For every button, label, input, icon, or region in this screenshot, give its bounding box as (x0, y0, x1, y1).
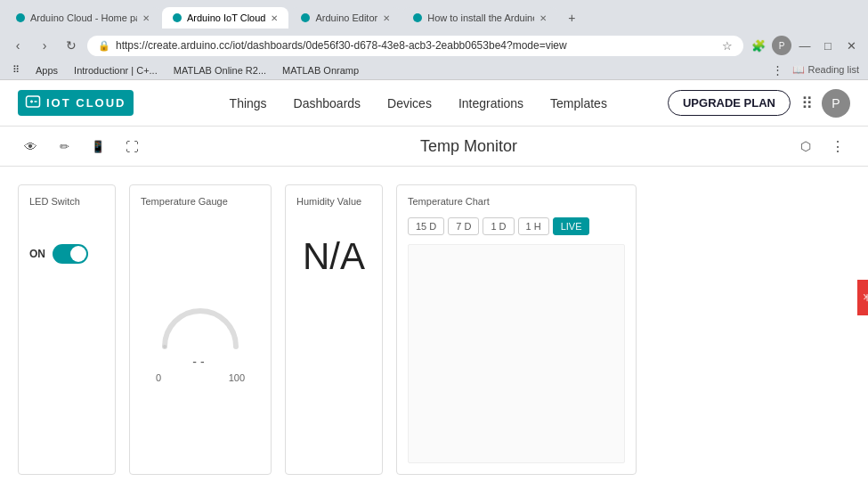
reading-list-icon[interactable]: 📖 Reading list (792, 64, 859, 76)
bookmark-apps[interactable]: Apps (32, 64, 61, 77)
tab-2[interactable]: Arduino IoT Cloud ✕ (162, 7, 288, 29)
mobile-icon[interactable]: 📱 (85, 134, 110, 159)
gauge-minmax-row: 0 100 (156, 372, 245, 383)
chart-btn-live[interactable]: LIVE (553, 217, 590, 235)
humidity-widget-label: Humidity Value (296, 196, 371, 207)
reload-button[interactable]: ↻ (61, 35, 82, 56)
tab-4[interactable]: How to install the Arduino Cre... ✕ (402, 7, 557, 29)
close-window-icon[interactable]: ✕ (841, 36, 861, 55)
upgrade-button[interactable]: UPGRADE PLAN (668, 90, 791, 116)
extensions-icon[interactable]: 🧩 (749, 36, 768, 55)
tab1-title: Arduino Cloud - Home page (30, 12, 137, 23)
new-tab-button[interactable]: + (559, 5, 584, 30)
chart-btn-15d[interactable]: 15 D (408, 217, 444, 235)
tab3-favicon (301, 13, 310, 22)
app-container: IOT CLOUD Things Dashboards Devices Inte… (0, 80, 868, 490)
logo-area: IOT CLOUD (18, 90, 134, 116)
tab3-title: Arduino Editor (315, 12, 377, 23)
humidity-widget: Humidity Value N/A (285, 184, 383, 475)
address-text: https://create.arduino.cc/iot/dashboards… (116, 39, 717, 52)
toggle-label: ON (29, 248, 45, 260)
gauge-area: -- 0 100 (141, 217, 260, 463)
bookmark-1[interactable]: Introductionr | C+... (70, 64, 161, 77)
forward-button[interactable]: › (34, 35, 55, 56)
gauge-svg (156, 298, 245, 351)
tab3-close[interactable]: ✕ (383, 13, 390, 23)
humidity-value-display: N/A (296, 235, 371, 278)
toolbar-title: Temp Monitor (153, 137, 784, 156)
toggle-knob (70, 246, 86, 262)
toolbar-right: ⬡ ⋮ (793, 134, 850, 159)
nav-things[interactable]: Things (230, 96, 267, 110)
bookmarks-bar: ⠿ Apps Introductionr | C+... MATLAB Onli… (0, 61, 868, 80)
toolbar: 👁 ✏ 📱 ⛶ Temp Monitor ⬡ ⋮ (0, 127, 868, 167)
browser-icons: 🧩 P — □ ✕ (749, 36, 861, 55)
tab-1[interactable]: Arduino Cloud - Home page ✕ (5, 7, 160, 29)
temperature-gauge-widget: Temperature Gauge -- 0 100 (129, 184, 272, 475)
dashboard-content: LED Switch ON Temperature Gauge -- (0, 167, 868, 490)
chart-buttons-row: 15 D 7 D 1 D 1 H LIVE (408, 217, 625, 235)
more-icon[interactable]: ⋮ (825, 134, 850, 159)
back-button[interactable]: ‹ (7, 35, 28, 56)
lock-icon: 🔒 (98, 40, 110, 52)
profile-badge: P (772, 36, 791, 55)
feedback-tab[interactable]: Feedback (857, 280, 868, 315)
feedback-label: Feedback (863, 292, 868, 303)
nav-dashboards[interactable]: Dashboards (294, 96, 361, 110)
nav-devices[interactable]: Devices (387, 96, 432, 110)
tab2-title: Arduino IoT Cloud (187, 12, 265, 23)
gauge-min: 0 (156, 372, 161, 383)
toggle-switch[interactable] (53, 244, 88, 264)
navbar: IOT CLOUD Things Dashboards Devices Inte… (0, 80, 868, 127)
edit-icon[interactable]: ✏ (52, 134, 77, 159)
tab4-title: How to install the Arduino Cre... (427, 12, 534, 23)
fullscreen-icon[interactable]: ⛶ (119, 134, 144, 159)
nav-links: Things Dashboards Devices Integrations T… (169, 96, 668, 110)
minimize-icon[interactable]: — (795, 36, 815, 55)
chart-area (408, 244, 625, 463)
bookmark-3[interactable]: MATLAB Onramp (279, 64, 362, 77)
chart-btn-7d[interactable]: 7 D (448, 217, 479, 235)
arduino-logo-icon (25, 94, 41, 112)
tab2-favicon (173, 13, 182, 22)
toggle-row[interactable]: ON (29, 244, 88, 264)
maximize-icon[interactable]: □ (818, 36, 838, 55)
tab-3[interactable]: Arduino Editor ✕ (290, 7, 401, 29)
chart-btn-1h[interactable]: 1 H (518, 217, 549, 235)
nav-templates[interactable]: Templates (550, 96, 607, 110)
gauge-max: 100 (229, 372, 245, 383)
chart-widget-label: Temperature Chart (408, 196, 625, 207)
chart-btn-1d[interactable]: 1 D (483, 217, 514, 235)
bookmark-icon[interactable]: ☆ (722, 39, 733, 53)
avatar[interactable]: P (822, 89, 850, 118)
tab4-close[interactable]: ✕ (539, 13, 547, 23)
apps-icon[interactable]: ⠿ (9, 63, 23, 77)
bookmark-more[interactable]: ⋮ (772, 63, 783, 77)
temperature-chart-widget: Temperature Chart 15 D 7 D 1 D 1 H LIVE (396, 184, 637, 475)
share-icon[interactable]: ⬡ (793, 134, 818, 159)
tab2-close[interactable]: ✕ (271, 13, 278, 23)
tab1-favicon (16, 13, 25, 22)
logo-text: IOT CLOUD (46, 96, 126, 110)
bookmark-2[interactable]: MATLAB Online R2... (170, 64, 270, 77)
tab1-close[interactable]: ✕ (142, 13, 150, 23)
address-bar-row: ‹ › ↻ 🔒 https://create.arduino.cc/iot/da… (0, 30, 868, 61)
nav-integrations[interactable]: Integrations (458, 96, 523, 110)
toggle-container: ON (29, 235, 104, 264)
led-switch-widget: LED Switch ON (18, 184, 116, 475)
address-bar[interactable]: 🔒 https://create.arduino.cc/iot/dashboar… (87, 36, 743, 56)
grid-icon[interactable]: ⠿ (801, 94, 813, 113)
tab-bar: Arduino Cloud - Home page ✕ Arduino IoT … (0, 0, 868, 30)
gauge-value-display: -- (192, 355, 207, 369)
gauge-widget-label: Temperature Gauge (141, 196, 260, 207)
browser-chrome: Arduino Cloud - Home page ✕ Arduino IoT … (0, 0, 868, 80)
view-icon[interactable]: 👁 (18, 134, 43, 159)
tab4-favicon (413, 13, 422, 22)
logo-box[interactable]: IOT CLOUD (18, 90, 134, 116)
led-widget-label: LED Switch (29, 196, 104, 207)
profile-icon[interactable]: P (772, 36, 791, 55)
